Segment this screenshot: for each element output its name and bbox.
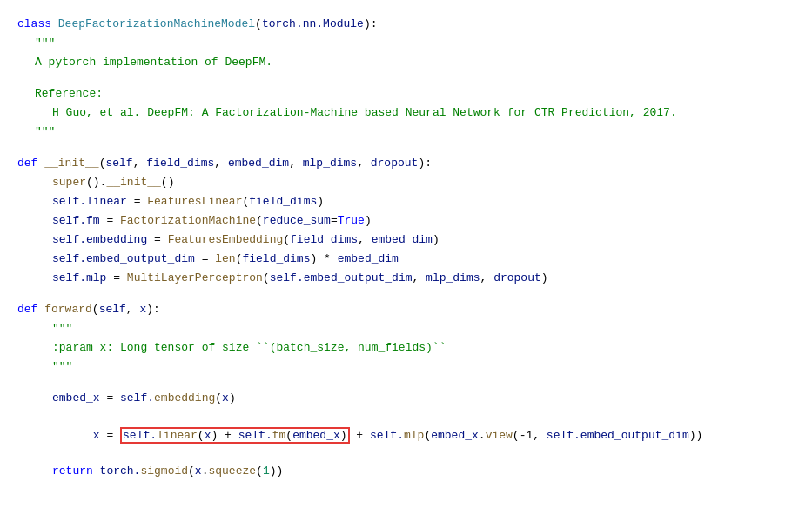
plain: ): (364, 16, 378, 34)
self-mlp2: self. (370, 429, 404, 442)
code-line-empty-1 (0, 73, 812, 85)
func-init: __init__ (44, 155, 98, 173)
docstring2-close: """ (17, 358, 72, 377)
var-x2: x (93, 429, 100, 442)
keyword-def: def (17, 155, 44, 173)
embed-x-view: embed_x (431, 429, 479, 442)
param-embed-dim3: embed_dim (338, 252, 399, 265)
param-field-dims3: field_dims (290, 233, 358, 246)
param-mlp-dims2: mlp_dims (426, 271, 480, 284)
docstring-open: """ (17, 35, 55, 53)
plain: = (147, 233, 167, 246)
keyword-class: class (17, 16, 58, 34)
code-line-2: """ (0, 35, 812, 54)
citation-rest: Neural Network for CTR Prediction, 2017. (399, 104, 677, 123)
plain: , (413, 271, 426, 284)
docstring-text: A pytorch implementation of DeepFM. (17, 54, 272, 72)
code-line-linear: self.linear = FeaturesLinear(field_dims) (0, 193, 812, 212)
module-ref: torch.nn.Module (262, 16, 364, 34)
plain: ) (229, 391, 236, 404)
code-line-empty-2 (0, 143, 812, 155)
plain: ( (198, 429, 205, 442)
docstring2-open: """ (17, 320, 72, 338)
plain: . (479, 429, 486, 442)
self-linear: self.linear (52, 195, 127, 208)
plain: ( (255, 16, 262, 34)
self-embedding2: self. (120, 391, 154, 404)
func-init2: __init__ (106, 176, 160, 189)
code-line-empty-3 (0, 289, 812, 301)
func-mlp-call: mlp (404, 429, 424, 442)
func-super: super (52, 176, 86, 189)
func-squeeze: squeeze (208, 465, 256, 478)
classname: DeepFactorizationMachineModel (58, 16, 255, 34)
param-mlp-dims: mlp_dims (303, 155, 357, 173)
plain: ) (541, 271, 548, 284)
plain: + (350, 429, 370, 442)
plain: ( (263, 271, 270, 284)
keyword-return: return (52, 465, 100, 478)
reference-label: Reference: (17, 85, 103, 104)
self-fm2: self. (238, 429, 272, 442)
param-x: x (139, 301, 146, 319)
plain: = (106, 271, 126, 284)
param-dropout2: dropout (493, 271, 541, 284)
code-line-ref: Reference: (0, 85, 812, 104)
plain: = (100, 391, 120, 404)
code-line-param-doc: :param x: Long tensor of size ``(batch_s… (0, 339, 812, 358)
plain: = (100, 429, 120, 442)
param-field-dims: field_dims (146, 155, 214, 173)
plain: ( (188, 465, 195, 478)
plain: )) (270, 465, 284, 478)
code-line-docstring-close: """ (0, 124, 812, 143)
torch-ref: torch. (100, 465, 141, 478)
plain: ) + (211, 429, 238, 442)
func-features-embedding: FeaturesEmbedding (168, 233, 284, 246)
param-reduce-sum: reduce_sum (263, 214, 331, 227)
plain: ) (317, 195, 324, 208)
self-embedding: self.embedding (52, 233, 147, 246)
plain: ( (256, 465, 263, 478)
code-line-mlp: self.mlp = MultiLayerPerceptron(self.emb… (0, 270, 812, 289)
plain: , (126, 301, 140, 319)
param-field-dims4: field_dims (242, 252, 310, 265)
func-fm-call: fm (272, 429, 286, 442)
plain: , (357, 155, 371, 173)
self-embed-output-dim: self.embed_output_dim (52, 252, 195, 265)
plain: = (195, 252, 215, 265)
self-linear2: self. (123, 429, 157, 442)
citation-text: H Guo, et al. DeepFM: A Factorization-Ma… (17, 104, 365, 123)
func-features-linear: FeaturesLinear (147, 195, 242, 208)
func-factorization-machine: FactorizationMachine (120, 214, 256, 227)
plain: , (289, 155, 303, 173)
plain: ( (215, 391, 222, 404)
self-fm: self.fm (52, 214, 100, 227)
plain: (). (86, 176, 106, 189)
plain: ( (283, 233, 290, 246)
param-embed-dim: embed_dim (228, 155, 289, 173)
self-embed-output-dim2: self.embed_output_dim (547, 429, 689, 442)
plain: ) (340, 429, 347, 442)
param-doc-text: :param x: Long tensor of size ``(batch_s… (17, 339, 446, 358)
plain: ( (99, 155, 106, 173)
code-line-citation: H Guo, et al. DeepFM: A Factorization-Ma… (0, 104, 812, 124)
code-line-1: class DeepFactorizationMachineModel(torc… (0, 16, 812, 35)
code-line-x-assign: x = self.linear(x) + self.fm(embed_x) + … (0, 409, 812, 463)
func-multilayer-perceptron: MultiLayerPerceptron (127, 271, 263, 284)
plain: = (127, 195, 147, 208)
param-embed-output-dim2: self.embed_output_dim (270, 271, 413, 284)
plain: (-1, (513, 429, 547, 442)
param-self2: self (99, 301, 126, 319)
func-view: view (486, 429, 513, 442)
plain: ( (256, 214, 263, 227)
code-line-return: return torch.sigmoid(x.squeeze(1)) (0, 463, 812, 482)
plain: ) (433, 233, 440, 246)
code-line-empty-4 (0, 378, 812, 390)
var-x: x (222, 391, 229, 404)
docstring-close: """ (17, 124, 55, 142)
param-field-dims2: field_dims (249, 195, 317, 208)
func-linear-call: linear (157, 429, 198, 442)
func-embedding-call: embedding (154, 391, 215, 404)
code-line-embedding: self.embedding = FeaturesEmbedding(field… (0, 231, 812, 251)
code-line-super: super().__init__() (0, 174, 812, 193)
